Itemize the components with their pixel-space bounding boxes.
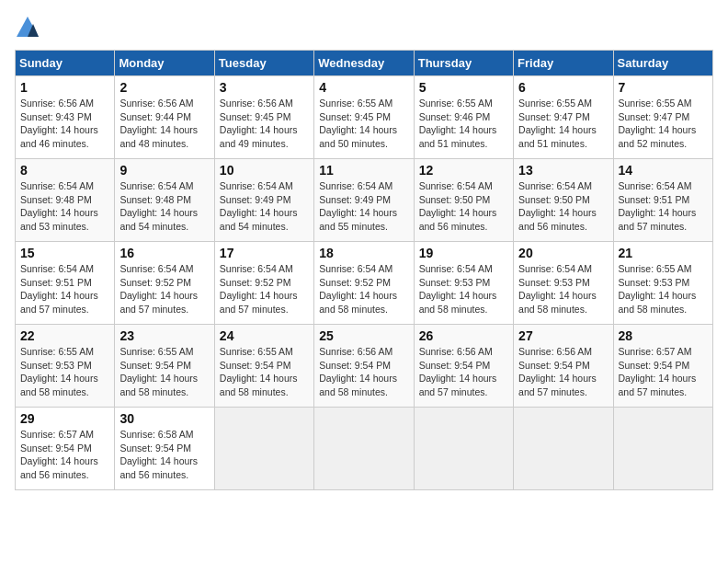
calendar-week-5: 29Sunrise: 6:57 AM Sunset: 9:54 PM Dayli… — [16, 408, 713, 490]
day-info: Sunrise: 6:54 AM Sunset: 9:48 PM Dayligh… — [20, 179, 109, 234]
calendar-cell: 22Sunrise: 6:55 AM Sunset: 9:53 PM Dayli… — [16, 325, 115, 408]
calendar-cell: 18Sunrise: 6:54 AM Sunset: 9:52 PM Dayli… — [314, 242, 414, 325]
day-number: 30 — [119, 411, 209, 426]
day-info: Sunrise: 6:54 AM Sunset: 9:49 PM Dayligh… — [220, 179, 309, 234]
day-info: Sunrise: 6:55 AM Sunset: 9:53 PM Dayligh… — [20, 345, 109, 399]
day-number: 28 — [619, 328, 708, 343]
calendar-cell: 7Sunrise: 6:55 AM Sunset: 9:47 PM Daylig… — [613, 76, 712, 159]
calendar-cell: 30Sunrise: 6:58 AM Sunset: 9:54 PM Dayli… — [115, 408, 214, 490]
day-info: Sunrise: 6:55 AM Sunset: 9:54 PM Dayligh… — [220, 345, 309, 399]
col-header-monday: Monday — [115, 51, 214, 76]
day-info: Sunrise: 6:55 AM Sunset: 9:47 PM Dayligh… — [518, 97, 608, 151]
calendar-cell: 6Sunrise: 6:55 AM Sunset: 9:47 PM Daylig… — [514, 76, 613, 159]
calendar-cell — [314, 408, 414, 490]
day-info: Sunrise: 6:55 AM Sunset: 9:47 PM Dayligh… — [619, 97, 708, 151]
calendar-cell: 2Sunrise: 6:56 AM Sunset: 9:44 PM Daylig… — [115, 76, 214, 159]
calendar-cell: 13Sunrise: 6:54 AM Sunset: 9:50 PM Dayli… — [514, 159, 613, 242]
day-number: 23 — [119, 328, 209, 343]
day-info: Sunrise: 6:58 AM Sunset: 9:54 PM Dayligh… — [119, 428, 209, 482]
calendar-table: SundayMondayTuesdayWednesdayThursdayFrid… — [15, 50, 713, 490]
day-info: Sunrise: 6:54 AM Sunset: 9:53 PM Dayligh… — [419, 262, 508, 316]
day-number: 21 — [619, 246, 708, 260]
day-number: 22 — [20, 328, 109, 343]
calendar-cell: 4Sunrise: 6:55 AM Sunset: 9:45 PM Daylig… — [314, 76, 414, 159]
day-number: 24 — [220, 328, 309, 343]
day-number: 29 — [20, 411, 109, 426]
col-header-tuesday: Tuesday — [214, 51, 313, 76]
day-info: Sunrise: 6:56 AM Sunset: 9:43 PM Dayligh… — [20, 97, 109, 151]
day-number: 14 — [619, 163, 708, 178]
day-info: Sunrise: 6:54 AM Sunset: 9:50 PM Dayligh… — [518, 179, 608, 234]
day-number: 6 — [518, 80, 608, 95]
calendar-cell — [414, 408, 513, 490]
day-number: 18 — [319, 246, 408, 260]
day-number: 27 — [518, 328, 608, 343]
day-info: Sunrise: 6:54 AM Sunset: 9:53 PM Dayligh… — [518, 262, 608, 316]
day-number: 17 — [220, 246, 309, 260]
day-info: Sunrise: 6:56 AM Sunset: 9:54 PM Dayligh… — [518, 345, 608, 399]
calendar-body: 1Sunrise: 6:56 AM Sunset: 9:43 PM Daylig… — [16, 76, 713, 490]
calendar-cell: 11Sunrise: 6:54 AM Sunset: 9:49 PM Dayli… — [314, 159, 414, 242]
calendar-cell: 8Sunrise: 6:54 AM Sunset: 9:48 PM Daylig… — [16, 159, 115, 242]
calendar-cell — [613, 408, 712, 490]
day-number: 13 — [518, 163, 608, 178]
day-info: Sunrise: 6:54 AM Sunset: 9:49 PM Dayligh… — [319, 179, 408, 234]
day-info: Sunrise: 6:57 AM Sunset: 9:54 PM Dayligh… — [20, 428, 109, 482]
day-info: Sunrise: 6:54 AM Sunset: 9:51 PM Dayligh… — [619, 179, 708, 234]
calendar-cell: 12Sunrise: 6:54 AM Sunset: 9:50 PM Dayli… — [414, 159, 513, 242]
calendar-week-3: 15Sunrise: 6:54 AM Sunset: 9:51 PM Dayli… — [16, 242, 713, 325]
day-number: 10 — [220, 163, 309, 178]
calendar-cell: 5Sunrise: 6:55 AM Sunset: 9:46 PM Daylig… — [414, 76, 513, 159]
calendar-cell — [514, 408, 613, 490]
day-number: 8 — [20, 163, 109, 178]
col-header-wednesday: Wednesday — [314, 51, 414, 76]
day-info: Sunrise: 6:54 AM Sunset: 9:52 PM Dayligh… — [220, 262, 309, 316]
day-info: Sunrise: 6:55 AM Sunset: 9:53 PM Dayligh… — [619, 262, 708, 316]
day-info: Sunrise: 6:54 AM Sunset: 9:51 PM Dayligh… — [20, 262, 109, 316]
day-number: 16 — [119, 246, 209, 260]
day-number: 9 — [119, 163, 209, 178]
day-number: 11 — [319, 163, 408, 178]
calendar-week-2: 8Sunrise: 6:54 AM Sunset: 9:48 PM Daylig… — [16, 159, 713, 242]
day-number: 12 — [419, 163, 508, 178]
calendar-cell: 17Sunrise: 6:54 AM Sunset: 9:52 PM Dayli… — [214, 242, 313, 325]
logo — [15, 15, 44, 40]
day-number: 26 — [419, 328, 508, 343]
day-info: Sunrise: 6:54 AM Sunset: 9:52 PM Dayligh… — [319, 262, 408, 316]
day-info: Sunrise: 6:55 AM Sunset: 9:46 PM Dayligh… — [419, 97, 508, 151]
day-info: Sunrise: 6:56 AM Sunset: 9:44 PM Dayligh… — [119, 97, 209, 151]
page-header — [15, 15, 713, 40]
calendar-cell: 23Sunrise: 6:55 AM Sunset: 9:54 PM Dayli… — [115, 325, 214, 408]
calendar-cell: 20Sunrise: 6:54 AM Sunset: 9:53 PM Dayli… — [514, 242, 613, 325]
calendar-cell — [214, 408, 313, 490]
calendar-cell: 3Sunrise: 6:56 AM Sunset: 9:45 PM Daylig… — [214, 76, 313, 159]
calendar-cell: 21Sunrise: 6:55 AM Sunset: 9:53 PM Dayli… — [613, 242, 712, 325]
col-header-saturday: Saturday — [613, 51, 712, 76]
calendar-week-1: 1Sunrise: 6:56 AM Sunset: 9:43 PM Daylig… — [16, 76, 713, 159]
calendar-cell: 19Sunrise: 6:54 AM Sunset: 9:53 PM Dayli… — [414, 242, 513, 325]
calendar-cell: 1Sunrise: 6:56 AM Sunset: 9:43 PM Daylig… — [16, 76, 115, 159]
day-number: 4 — [319, 80, 408, 95]
day-number: 15 — [20, 246, 109, 260]
calendar-week-4: 22Sunrise: 6:55 AM Sunset: 9:53 PM Dayli… — [16, 325, 713, 408]
calendar-cell: 16Sunrise: 6:54 AM Sunset: 9:52 PM Dayli… — [115, 242, 214, 325]
day-info: Sunrise: 6:57 AM Sunset: 9:54 PM Dayligh… — [619, 345, 708, 399]
calendar-cell: 9Sunrise: 6:54 AM Sunset: 9:48 PM Daylig… — [115, 159, 214, 242]
calendar-cell: 29Sunrise: 6:57 AM Sunset: 9:54 PM Dayli… — [16, 408, 115, 490]
col-header-thursday: Thursday — [414, 51, 513, 76]
day-info: Sunrise: 6:56 AM Sunset: 9:54 PM Dayligh… — [319, 345, 408, 399]
calendar-cell: 14Sunrise: 6:54 AM Sunset: 9:51 PM Dayli… — [613, 159, 712, 242]
day-info: Sunrise: 6:54 AM Sunset: 9:48 PM Dayligh… — [119, 179, 209, 234]
day-info: Sunrise: 6:56 AM Sunset: 9:45 PM Dayligh… — [220, 97, 309, 151]
calendar-cell: 27Sunrise: 6:56 AM Sunset: 9:54 PM Dayli… — [514, 325, 613, 408]
calendar-cell: 10Sunrise: 6:54 AM Sunset: 9:49 PM Dayli… — [214, 159, 313, 242]
calendar-cell: 24Sunrise: 6:55 AM Sunset: 9:54 PM Dayli… — [214, 325, 313, 408]
day-info: Sunrise: 6:55 AM Sunset: 9:45 PM Dayligh… — [319, 97, 408, 151]
col-header-friday: Friday — [514, 51, 613, 76]
day-number: 20 — [518, 246, 608, 260]
day-number: 25 — [319, 328, 408, 343]
calendar-cell: 28Sunrise: 6:57 AM Sunset: 9:54 PM Dayli… — [613, 325, 712, 408]
day-number: 3 — [220, 80, 309, 95]
day-number: 5 — [419, 80, 508, 95]
day-number: 19 — [419, 246, 508, 260]
